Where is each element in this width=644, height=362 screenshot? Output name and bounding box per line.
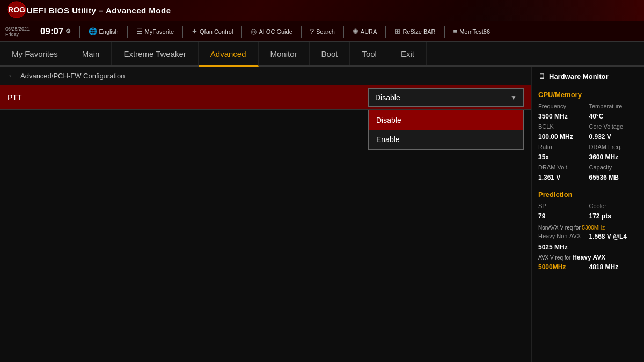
toolbar-divider-5 xyxy=(301,26,302,38)
dramfreq-value: 3600 MHz xyxy=(589,153,638,161)
toolbar-divider-3 xyxy=(182,26,183,38)
tab-tweaker[interactable]: Extreme Tweaker xyxy=(112,42,198,65)
hardware-monitor-panel: 🖥 Hardware Monitor CPU/Memory Frequency … xyxy=(531,67,644,362)
aioc-icon: ◎ xyxy=(251,27,257,35)
toolbar-divider-8 xyxy=(444,26,445,38)
toolbar-resizebar[interactable]: ⊞ ReSize BAR xyxy=(394,27,435,35)
aura-label: AURA xyxy=(361,28,377,35)
nonavx-freq-value: 5300MHz xyxy=(582,225,605,231)
corevolt-label: Core Voltage xyxy=(589,123,638,130)
ratio-value: 35x xyxy=(538,153,587,161)
corevolt-value: 0.932 V xyxy=(589,133,638,141)
tab-advanced[interactable]: Advanced xyxy=(199,42,259,67)
panel-divider xyxy=(538,186,638,186)
dropdown-list: Disable Enable xyxy=(368,110,524,150)
tab-tool[interactable]: Tool xyxy=(350,42,389,65)
toolbar-myfavorite[interactable]: ☰ MyFavorite xyxy=(136,27,174,35)
resizebar-icon: ⊞ xyxy=(394,27,400,35)
dramfreq-label: DRAM Freq. xyxy=(589,144,638,150)
globe-icon: 🌐 xyxy=(89,27,97,35)
myfavorite-label: MyFavorite xyxy=(145,28,174,35)
heavy-avx-label: Heavy AVX xyxy=(572,254,605,261)
search-label: Search xyxy=(316,28,335,35)
clock: 09:07 ⚙ xyxy=(40,26,70,37)
cooler-label: Cooler xyxy=(589,203,638,209)
nonavx-voltage: 1.568 V @L4 xyxy=(589,233,638,240)
day-label: Friday xyxy=(5,32,30,37)
memtest-label: MemTest86 xyxy=(459,28,490,35)
nonavx-note: NonAVX V req for 5300MHz xyxy=(538,224,638,232)
toolbar-divider-4 xyxy=(241,26,242,38)
breadcrumb-path: Advanced\PCH-FW Configuration xyxy=(20,72,125,80)
temp-label: Temperature xyxy=(589,103,638,109)
avx-note: AVX V req for Heavy AVX xyxy=(538,253,638,262)
bios-title: UEFI BIOS Utility – Advanced Mode xyxy=(27,6,171,15)
avx-grid: 5000MHz 4818 MHz xyxy=(538,263,638,271)
bios-header: ROG UEFI BIOS Utility – Advanced Mode xyxy=(0,0,644,21)
dropdown-option-disable[interactable]: Disable xyxy=(369,110,523,130)
back-arrow-icon[interactable]: ← xyxy=(8,71,16,80)
svg-text:ROG: ROG xyxy=(8,5,25,14)
ratio-label: Ratio xyxy=(538,144,587,150)
nav-tabs: My Favorites Main Extreme Tweaker Advanc… xyxy=(0,42,644,67)
bclk-label: BCLK xyxy=(538,123,587,130)
dropdown-arrow-icon: ▼ xyxy=(510,94,517,101)
toolbar-divider-1 xyxy=(79,26,80,38)
resizebar-label: ReSize BAR xyxy=(402,28,435,35)
ptt-dropdown-button[interactable]: Disable ▼ xyxy=(368,88,524,107)
english-label: English xyxy=(99,28,119,35)
tab-boot[interactable]: Boot xyxy=(310,42,350,65)
sp-label: SP xyxy=(538,203,587,209)
cooler-value: 172 pts xyxy=(589,212,638,220)
aioc-label: AI OC Guide xyxy=(259,28,292,35)
prediction-section-title: Prediction xyxy=(538,190,638,198)
content-area: ← Advanced\PCH-FW Configuration PTT Disa… xyxy=(0,67,531,362)
monitor-icon: 🖥 xyxy=(538,72,546,80)
bclk-value: 100.00 MHz xyxy=(538,133,587,141)
aura-icon: ✺ xyxy=(353,27,358,35)
search-icon: ? xyxy=(310,27,314,35)
capacity-label: Capacity xyxy=(589,164,638,171)
heavy-nonavx-label: Heavy Non-AVX xyxy=(538,233,587,240)
time-display: 09:07 xyxy=(40,26,63,37)
qfan-label: Qfan Control xyxy=(200,28,233,35)
avx-freq-label: 5000MHz xyxy=(538,263,587,271)
avx-freq-value: 4818 MHz xyxy=(589,263,638,271)
toolbar-memtest[interactable]: ≡ MemTest86 xyxy=(453,27,490,35)
myfavorite-icon: ☰ xyxy=(136,27,143,35)
sp-value: 79 xyxy=(538,212,587,220)
ptt-setting-row: PTT Disable ▼ Disable Enable xyxy=(0,85,531,110)
toolbar-english[interactable]: 🌐 English xyxy=(89,27,119,35)
freq-label: Frequency xyxy=(538,103,587,109)
toolbar-search[interactable]: ? Search xyxy=(310,27,335,35)
capacity-value: 65536 MB xyxy=(589,174,638,181)
toolbar-qfan[interactable]: ✦ Qfan Control xyxy=(192,27,233,35)
toolbar-divider-2 xyxy=(127,26,128,38)
main-layout: ← Advanced\PCH-FW Configuration PTT Disa… xyxy=(0,67,644,362)
panel-header: 🖥 Hardware Monitor xyxy=(538,72,638,84)
gear-icon[interactable]: ⚙ xyxy=(65,28,71,35)
tab-main[interactable]: Main xyxy=(70,42,112,65)
tab-favorites[interactable]: My Favorites xyxy=(0,42,70,65)
tab-exit[interactable]: Exit xyxy=(389,42,427,65)
cpu-memory-grid: Frequency Temperature 3500 MHz 40°C BCLK… xyxy=(538,103,638,181)
toolbar-aioc[interactable]: ◎ AI OC Guide xyxy=(251,27,292,35)
nonavx-5025: 5025 MHz xyxy=(538,243,587,251)
dropdown-option-enable[interactable]: Enable xyxy=(369,130,523,149)
toolbar-divider-6 xyxy=(343,26,344,38)
breadcrumb: ← Advanced\PCH-FW Configuration xyxy=(0,67,531,85)
qfan-icon: ✦ xyxy=(192,27,197,35)
date-label: 06/25/2021 xyxy=(5,26,30,32)
rog-logo-icon: ROG xyxy=(6,1,27,20)
cpu-memory-section-title: CPU/Memory xyxy=(538,91,638,99)
panel-title: Hardware Monitor xyxy=(549,72,609,80)
date-time: 06/25/2021 Friday xyxy=(5,26,30,37)
prediction-grid: SP Cooler 79 172 pts xyxy=(538,203,638,220)
toolbar-aura[interactable]: ✺ AURA xyxy=(353,27,377,35)
ptt-value: Disable xyxy=(375,93,400,102)
toolbar-divider-7 xyxy=(385,26,386,38)
memtest-icon: ≡ xyxy=(453,27,458,35)
toolbar: 06/25/2021 Friday 09:07 ⚙ 🌐 English ☰ My… xyxy=(0,21,644,42)
tab-monitor[interactable]: Monitor xyxy=(259,42,310,65)
dramvolt-label: DRAM Volt. xyxy=(538,164,587,171)
